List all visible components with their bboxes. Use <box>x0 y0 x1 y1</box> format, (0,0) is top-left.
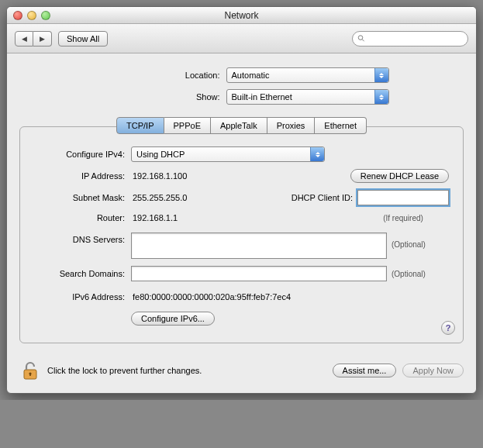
search-icon <box>357 34 365 43</box>
configure-ipv6-button[interactable]: Configure IPv6... <box>131 312 215 326</box>
search-domains-label: Search Domains: <box>34 269 131 278</box>
show-value: Built-in Ethernet <box>232 92 292 102</box>
show-row: Show: Built-in Ethernet <box>19 89 464 105</box>
svg-line-1 <box>362 40 364 41</box>
subnet-row: Subnet Mask: 255.255.255.0 DHCP Client I… <box>34 189 449 206</box>
subnet-value: 255.255.255.0 <box>131 193 216 202</box>
svg-rect-4 <box>29 374 31 376</box>
show-select[interactable]: Built-in Ethernet <box>226 89 389 105</box>
show-all-button[interactable]: Show All <box>58 31 108 47</box>
apply-now-button[interactable]: Apply Now <box>402 364 464 377</box>
tcpip-panel: Configure IPv4: Using DHCP IP Address: 1… <box>19 126 464 343</box>
dns-hint: (Optional) <box>387 233 426 249</box>
search-input[interactable] <box>368 34 463 43</box>
svg-point-0 <box>358 36 363 40</box>
ipv6-row: IPv6 Address: fe80:0000:0000:0000:020a:9… <box>34 288 449 305</box>
help-button[interactable]: ? <box>441 321 455 335</box>
window-controls <box>13 11 50 20</box>
dns-row: DNS Servers: (Optional) <box>34 233 449 259</box>
dhcp-client-id-input[interactable] <box>357 190 449 205</box>
toolbar: ◀ ▶ Show All <box>7 24 476 53</box>
tab-pppoe[interactable]: PPPoE <box>164 117 211 134</box>
back-button[interactable]: ◀ <box>15 31 33 47</box>
search-domains-input[interactable] <box>131 266 387 281</box>
footer: Click the lock to prevent further change… <box>7 354 476 393</box>
close-icon[interactable] <box>13 11 22 20</box>
search-domains-row: Search Domains: (Optional) <box>34 265 449 282</box>
tab-tcpip[interactable]: TCP/IP <box>116 117 164 134</box>
dns-servers-input[interactable] <box>131 233 387 259</box>
content: Location: Automatic Show: Built-in Ether… <box>7 53 476 354</box>
zoom-icon[interactable] <box>41 11 50 20</box>
router-label: Router: <box>34 213 131 222</box>
dropdown-arrows-icon <box>374 68 388 82</box>
search-domains-hint: (Optional) <box>387 270 426 278</box>
tab-appletalk[interactable]: AppleTalk <box>211 117 267 134</box>
tab-proxies[interactable]: Proxies <box>267 117 316 134</box>
ip-address-label: IP Address: <box>34 171 131 181</box>
dhcp-client-id-hint: (If required) <box>357 214 449 222</box>
configure-ipv6-row: Configure IPv6... <box>34 310 449 327</box>
nav-buttons: ◀ ▶ <box>15 31 52 47</box>
lock-text: Click the lock to prevent further change… <box>47 366 202 375</box>
configure-ipv4-row: Configure IPv4: Using DHCP <box>34 146 449 163</box>
search-field[interactable] <box>352 31 468 47</box>
tab-ethernet[interactable]: Ethernet <box>315 117 367 134</box>
titlebar: Network <box>7 7 476 24</box>
minimize-icon[interactable] <box>27 11 36 20</box>
configure-ipv4-select[interactable]: Using DHCP <box>131 146 325 162</box>
dropdown-arrows-icon <box>374 90 388 104</box>
forward-button[interactable]: ▶ <box>33 31 52 47</box>
renew-dhcp-button[interactable]: Renew DHCP Lease <box>350 169 449 183</box>
assist-button[interactable]: Assist me... <box>333 364 397 377</box>
location-label: Location: <box>95 71 226 80</box>
lock-icon[interactable] <box>19 360 41 381</box>
ipv6-value: fe80:0000:0000:0000:020a:95ff:feb7:7ec4 <box>131 292 291 302</box>
ip-address-value: 192.168.1.100 <box>131 171 187 181</box>
dns-label: DNS Servers: <box>34 233 131 244</box>
show-label: Show: <box>95 92 226 102</box>
dropdown-arrows-icon <box>310 147 324 161</box>
router-value: 192.168.1.1 <box>131 213 178 222</box>
configure-ipv4-label: Configure IPv4: <box>34 150 131 159</box>
subnet-label: Subnet Mask: <box>34 193 131 202</box>
dhcp-client-id-label: DHCP Client ID: <box>292 193 357 202</box>
router-row: Router: 192.168.1.1 (If required) <box>34 209 449 226</box>
configure-ipv4-value: Using DHCP <box>136 150 185 159</box>
network-prefs-window: Network ◀ ▶ Show All Location: Automatic… <box>6 6 477 394</box>
location-value: Automatic <box>232 71 270 80</box>
location-select[interactable]: Automatic <box>226 67 389 83</box>
ip-address-row: IP Address: 192.168.1.100 Renew DHCP Lea… <box>34 167 449 184</box>
ipv6-label: IPv6 Address: <box>34 292 131 302</box>
window-title: Network <box>7 10 476 21</box>
tabs: TCP/IPPPPoEAppleTalkProxiesEthernet <box>19 117 464 134</box>
location-row: Location: Automatic <box>19 67 464 83</box>
